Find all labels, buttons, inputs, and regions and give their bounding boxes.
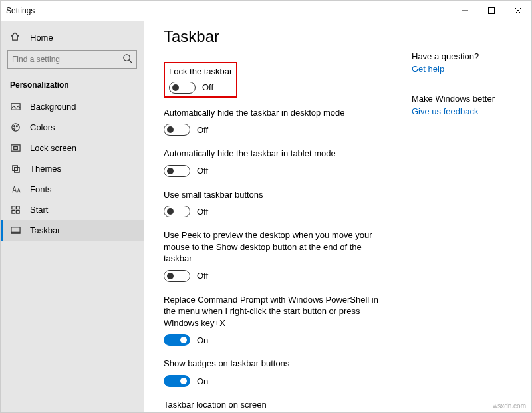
sidebar-item-background[interactable]: Background: [1, 96, 144, 117]
nav-label: Start: [30, 205, 48, 215]
right-column: Have a question? Get help Make Windows b…: [412, 27, 518, 399]
lock-taskbar-state: Off: [202, 82, 213, 92]
themes-icon: [10, 164, 21, 174]
location-label: Taskbar location on screen: [164, 399, 390, 411]
fonts-icon: [10, 184, 21, 194]
autohide-desktop-label: Automatically hide the taskbar in deskto…: [164, 107, 390, 119]
svg-point-9: [16, 126, 17, 127]
svg-rect-16: [16, 210, 19, 213]
svg-rect-15: [11, 210, 15, 213]
nav-label: Fonts: [30, 184, 52, 194]
get-help-link[interactable]: Get help: [412, 64, 518, 74]
small-buttons-label: Use small taskbar buttons: [164, 189, 390, 201]
window-title: Settings: [6, 6, 35, 15]
powershell-label: Replace Command Prompt with Windows Powe…: [164, 294, 390, 329]
home-label: Home: [30, 33, 53, 43]
search-input[interactable]: [7, 50, 137, 69]
small-buttons-toggle[interactable]: [164, 206, 190, 217]
home-nav[interactable]: Home: [1, 27, 144, 50]
powershell-toggle[interactable]: [164, 334, 190, 346]
svg-point-7: [11, 124, 19, 131]
svg-rect-1: [489, 8, 495, 14]
lock-taskbar-label: Lock the taskbar: [169, 66, 232, 78]
peek-toggle[interactable]: [164, 270, 190, 282]
nav-label: Colors: [30, 122, 55, 132]
nav-label: Background: [30, 102, 76, 112]
highlight-box: Lock the taskbar Off: [164, 62, 237, 98]
badges-label: Show badges on taskbar buttons: [164, 358, 390, 370]
badges-toggle[interactable]: [164, 375, 190, 387]
picture-icon: [10, 102, 21, 112]
autohide-tablet-toggle[interactable]: [164, 165, 190, 177]
sidebar-item-colors[interactable]: Colors: [1, 117, 144, 138]
peek-label: Use Peek to preview the desktop when you…: [164, 229, 390, 265]
sidebar-item-themes[interactable]: Themes: [1, 158, 144, 179]
nav-label: Taskbar: [30, 225, 61, 235]
sidebar-item-taskbar[interactable]: Taskbar: [1, 220, 144, 241]
taskbar-icon: [10, 225, 21, 235]
badges-state: On: [197, 376, 208, 386]
svg-rect-11: [11, 145, 19, 151]
maximize-button[interactable]: [478, 1, 505, 21]
sidebar-item-lockscreen[interactable]: Lock screen: [1, 138, 144, 158]
svg-point-8: [13, 126, 15, 127]
minimize-button[interactable]: [452, 1, 478, 21]
start-icon: [10, 205, 21, 215]
nav-label: Themes: [30, 164, 61, 174]
svg-rect-13: [11, 206, 15, 209]
lockscreen-icon: [10, 143, 21, 153]
lock-taskbar-toggle[interactable]: [169, 82, 196, 94]
autohide-tablet-label: Automatically hide the taskbar in tablet…: [164, 148, 390, 160]
peek-state: Off: [197, 271, 208, 281]
nav-label: Lock screen: [30, 143, 76, 153]
titlebar: Settings: [1, 1, 531, 21]
sidebar-item-start[interactable]: Start: [1, 200, 144, 220]
question-header: Have a question?: [412, 51, 518, 61]
svg-point-10: [13, 128, 15, 129]
svg-rect-12: [13, 147, 17, 150]
feedback-header: Make Windows better: [412, 94, 518, 104]
page-title: Taskbar: [164, 27, 390, 46]
search-field[interactable]: [12, 55, 122, 64]
svg-point-4: [124, 54, 130, 60]
sidebar: Home Personalization Background Colors L…: [1, 21, 144, 412]
autohide-tablet-state: Off: [197, 166, 208, 176]
search-icon: [122, 53, 132, 66]
svg-line-5: [129, 60, 132, 63]
autohide-desktop-toggle[interactable]: [164, 124, 190, 136]
svg-rect-14: [16, 206, 19, 209]
content: Taskbar Lock the taskbar Off Automatical…: [164, 27, 390, 399]
sidebar-item-fonts[interactable]: Fonts: [1, 179, 144, 200]
small-buttons-state: Off: [197, 207, 208, 217]
close-button[interactable]: [505, 1, 531, 21]
give-feedback-link[interactable]: Give us feedback: [412, 106, 518, 116]
home-icon: [10, 31, 21, 43]
watermark: wsxdn.com: [493, 402, 526, 410]
palette-icon: [10, 122, 21, 132]
powershell-state: On: [197, 335, 208, 345]
autohide-desktop-state: Off: [197, 125, 208, 135]
section-header: Personalization: [1, 78, 144, 96]
